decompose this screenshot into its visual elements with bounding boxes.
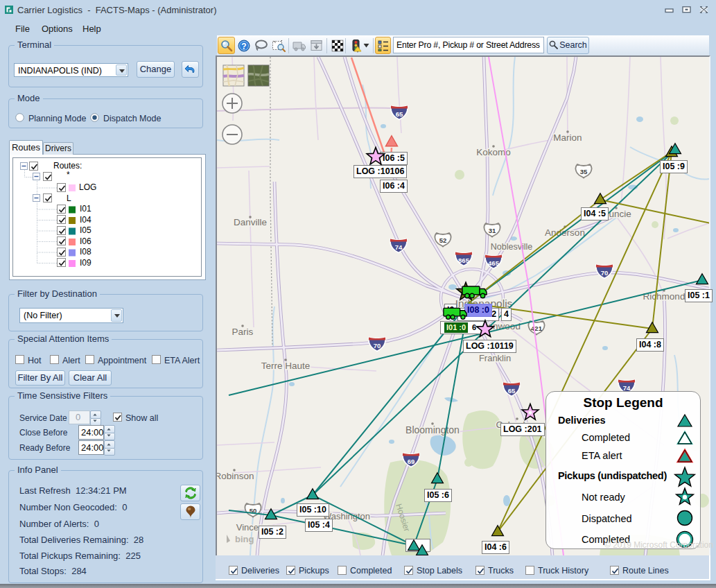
svg-text:!: ! (356, 50, 358, 52)
svg-text:?: ? (241, 41, 246, 51)
